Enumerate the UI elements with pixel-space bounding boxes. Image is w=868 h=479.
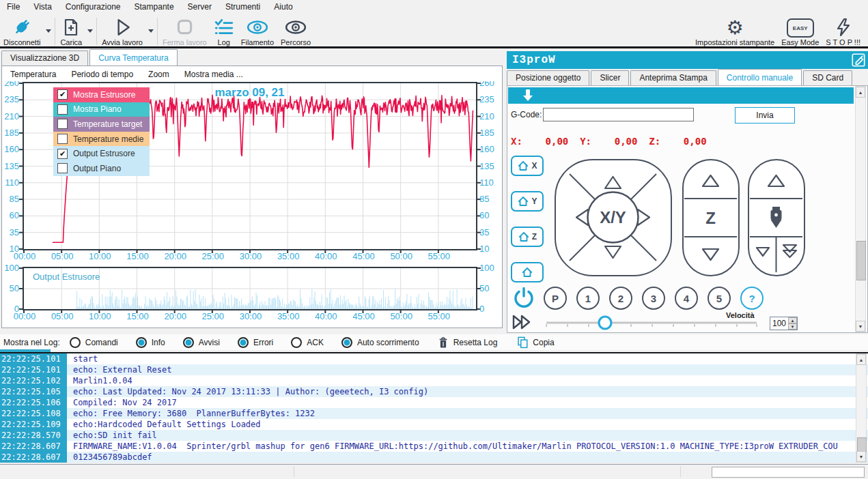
filter-errori[interactable]: Errori <box>238 337 273 348</box>
load-dropdown-arrow[interactable] <box>87 29 93 33</box>
legend-checkbox[interactable] <box>57 119 68 129</box>
legend-mostra-estrusore[interactable]: ✔Mostra Estrusore <box>53 87 150 102</box>
filter-toggle[interactable] <box>291 337 302 348</box>
preset-button-2[interactable]: 2 <box>609 287 632 310</box>
preset-button-p[interactable]: P <box>544 287 567 310</box>
log-scroll-down-button[interactable]: ▼ <box>856 451 866 462</box>
scroll-up-button[interactable]: ▲ <box>856 87 865 98</box>
preset-button-5[interactable]: 5 <box>708 287 731 310</box>
filter-info[interactable]: Info <box>136 337 165 348</box>
legend-temperature-target[interactable]: Temperature target <box>53 117 150 132</box>
legend-mostra-piano[interactable]: Mostra Piano <box>53 102 150 117</box>
z-jog-pad[interactable]: Z <box>682 159 740 276</box>
jog-z-down[interactable] <box>703 249 718 260</box>
legend-checkbox[interactable] <box>57 163 68 173</box>
chart-menu-mostra-media[interactable]: Mostra media ... <box>177 68 251 81</box>
chart-menu-periodo-di-tempo[interactable]: Periodo di tempo <box>64 68 141 81</box>
filter-toggle[interactable] <box>183 337 194 348</box>
chart-menu-temperatura[interactable]: Temperatura <box>3 68 64 81</box>
legend-temperature-medie[interactable]: Temperature medie <box>53 132 150 147</box>
printer-settings-button[interactable]: ⚙ Impostazioni stampante <box>692 15 778 46</box>
log-filter-label: Mostra nel Log: <box>0 338 70 347</box>
start-job-dropdown-arrow[interactable] <box>148 29 154 33</box>
jog-y-plus[interactable] <box>605 177 621 188</box>
start-job-label: Avvia lavoro <box>102 38 143 46</box>
filter-toggle[interactable] <box>238 337 249 348</box>
preset-button-3[interactable]: 3 <box>642 287 665 310</box>
jog-z-up[interactable] <box>703 175 718 186</box>
scrollbar-thumb[interactable] <box>856 241 866 280</box>
toggle-log-button[interactable]: Log <box>210 15 238 46</box>
menu-server[interactable]: Server <box>181 1 219 13</box>
legend-output-piano[interactable]: Output Piano <box>53 161 150 176</box>
log-scrollbar-thumb[interactable] <box>857 437 867 452</box>
preset-button-1[interactable]: 1 <box>576 287 600 310</box>
legend-checkbox[interactable]: ✔ <box>57 149 68 159</box>
speed-slider-thumb[interactable] <box>599 317 611 329</box>
home-z-button[interactable]: Z <box>511 227 544 247</box>
menu-vista[interactable]: Vista <box>27 1 58 13</box>
speed-up-button[interactable]: ▲ <box>788 317 797 323</box>
filter-comandi[interactable]: Comandi <box>70 337 118 348</box>
extruder-jog-pad[interactable] <box>748 159 805 276</box>
start-job-button[interactable]: Avvia lavoro <box>98 15 146 46</box>
right-panel-scrollbar[interactable]: ▲ ▼ <box>855 86 866 332</box>
easy-mode-button[interactable]: EASY Easy Mode <box>778 15 822 46</box>
home-x-button[interactable]: X <box>511 156 544 176</box>
jog-x-plus[interactable] <box>638 209 649 225</box>
menu-configurazione[interactable]: Configurazione <box>59 1 128 13</box>
filter-toggle[interactable] <box>136 337 147 348</box>
legend-checkbox[interactable]: ✔ <box>57 89 68 100</box>
disconnect-dropdown-arrow[interactable] <box>46 29 51 33</box>
copy-log-button[interactable]: Copia <box>516 336 554 349</box>
extruder-retract-button[interactable] <box>768 175 784 186</box>
disconnect-button[interactable]: Disconnetti <box>0 15 44 46</box>
fast-forward-icon[interactable] <box>511 313 533 332</box>
gcode-input[interactable] <box>543 108 694 121</box>
emergency-stop-button[interactable]: S T O P !!! <box>822 15 864 46</box>
legend-checkbox[interactable] <box>57 104 68 115</box>
show-filament-button[interactable]: Filamento <box>238 15 277 46</box>
menu-file[interactable]: File <box>0 1 27 13</box>
legend-output-estrusore[interactable]: ✔Output Estrusore <box>53 146 150 161</box>
speed-spinner[interactable]: 100 ▲ ▼ <box>770 317 798 330</box>
home-y-button[interactable]: Y <box>511 191 544 212</box>
preset-button-4[interactable]: 4 <box>675 287 698 310</box>
xy-jog-pad[interactable]: X/Y <box>555 159 672 276</box>
chart-menu-zoom[interactable]: Zoom <box>141 68 177 81</box>
log-scrollbar[interactable]: ▲ ▼ <box>856 353 867 463</box>
legend-checkbox[interactable] <box>57 134 68 144</box>
tab-curva-temperatura[interactable]: Curva Temperatura <box>89 49 178 66</box>
edit-printer-icon[interactable] <box>851 53 866 68</box>
stop-job-button[interactable]: Ferma lavoro <box>159 15 210 46</box>
preset-button-[interactable]: ? <box>740 287 764 310</box>
menu-strumenti[interactable]: Strumenti <box>219 1 267 13</box>
filter-ack[interactable]: ACK <box>291 337 324 348</box>
send-gcode-button[interactable]: Invia <box>735 107 795 124</box>
show-travel-button[interactable]: Percorso <box>277 15 314 46</box>
filter-toggle[interactable] <box>341 337 352 348</box>
tab-visualizzazione-3d[interactable]: Visualizzazione 3D <box>1 50 88 66</box>
scroll-down-button[interactable]: ▼ <box>856 321 865 332</box>
log-scroll-up-button[interactable]: ▲ <box>856 354 866 365</box>
load-button[interactable]: Carica <box>57 15 85 46</box>
tab-slicer[interactable]: Slicer <box>591 70 629 85</box>
menu-aiuto[interactable]: Aiuto <box>267 1 299 13</box>
filter-toggle[interactable] <box>70 337 81 348</box>
jog-y-minus[interactable] <box>605 246 621 258</box>
tab-anteprima-stampa[interactable]: Anteprima Stampa <box>630 70 716 85</box>
filter-auto-scorrimento[interactable]: Auto scorrimento <box>341 337 419 348</box>
filter-avvisi[interactable]: Avvisi <box>183 337 220 348</box>
tab-posizione-oggetto[interactable]: Posizione oggetto <box>507 70 589 85</box>
speed-down-button[interactable]: ▼ <box>788 323 797 330</box>
motor-power-button[interactable] <box>512 286 535 309</box>
menu-stampante[interactable]: Stampante <box>128 1 181 13</box>
extrude-fast-button[interactable] <box>783 245 796 257</box>
tab-controllo-manuale[interactable]: Controllo manuale <box>718 69 802 85</box>
jog-x-minus[interactable] <box>576 209 588 225</box>
tab-sd-card[interactable]: SD Card <box>803 70 852 85</box>
panel-collapse-bar[interactable] <box>508 87 854 104</box>
home-all-button[interactable] <box>511 262 544 282</box>
extrude-button[interactable] <box>757 248 769 256</box>
reset-log-button[interactable]: Resetta Log <box>437 336 498 349</box>
